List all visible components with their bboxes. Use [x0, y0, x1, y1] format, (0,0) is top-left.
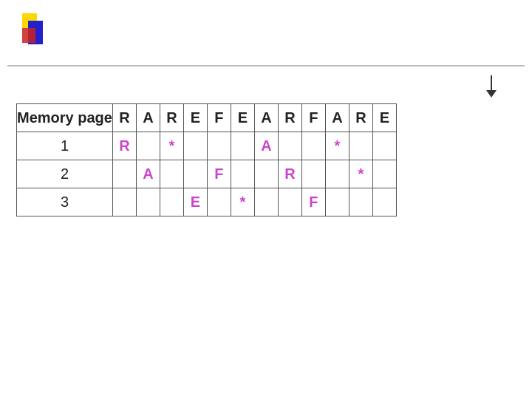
cell-2-11: [372, 188, 396, 216]
col-header-8: F: [301, 104, 325, 132]
cell-1-0: [112, 160, 136, 188]
arrow-line: [491, 75, 492, 90]
col-header-label: Memory page: [17, 104, 113, 132]
cell-0-11: [372, 132, 396, 160]
cell-0-8: [301, 132, 325, 160]
col-header-7: R: [278, 104, 301, 132]
cell-0-2: *: [160, 132, 183, 160]
cell-1-7: R: [278, 160, 301, 188]
arrow-head: [486, 90, 497, 98]
col-header-11: E: [372, 104, 396, 132]
col-header-10: R: [349, 104, 372, 132]
cell-1-10: *: [349, 160, 372, 188]
cell-2-2: [160, 188, 183, 216]
col-header-6: A: [254, 104, 278, 132]
row-label-1: 2: [17, 160, 113, 188]
cell-0-6: A: [254, 132, 278, 160]
cell-1-8: [301, 160, 325, 188]
deco-red: [22, 28, 35, 43]
title-area: [22, 13, 49, 52]
title-decoration: [22, 13, 43, 52]
col-header-0: R: [112, 104, 136, 132]
cell-0-0: R: [112, 132, 136, 160]
down-arrow: [486, 75, 497, 98]
table-row: 3E*F: [17, 188, 397, 216]
cell-2-3: E: [183, 188, 207, 216]
cell-1-1: A: [136, 160, 160, 188]
cell-2-5: *: [231, 188, 254, 216]
cell-0-5: [231, 132, 254, 160]
cell-1-6: [254, 160, 278, 188]
cell-2-1: [136, 188, 160, 216]
lru-table: Memory pageRAREFEARFARE1R*A*2AFR*3E*F: [16, 103, 397, 216]
cell-1-3: [183, 160, 207, 188]
lru-table-container: Memory pageRAREFEARFARE1R*A*2AFR*3E*F: [16, 103, 397, 216]
cell-0-7: [278, 132, 301, 160]
cell-2-4: [207, 188, 231, 216]
col-header-4: F: [207, 104, 231, 132]
cell-2-10: [349, 188, 372, 216]
col-header-2: R: [160, 104, 183, 132]
cell-1-9: [325, 160, 349, 188]
cell-0-1: [136, 132, 160, 160]
col-header-3: E: [183, 104, 207, 132]
table-row: 1R*A*: [17, 132, 397, 160]
cell-2-8: F: [301, 188, 325, 216]
table-row: 2AFR*: [17, 160, 397, 188]
cell-0-9: *: [325, 132, 349, 160]
cell-0-3: [183, 132, 207, 160]
col-header-5: E: [231, 104, 254, 132]
cell-1-5: [231, 160, 254, 188]
cell-2-0: [112, 188, 136, 216]
cell-2-7: [278, 188, 301, 216]
row-label-0: 1: [17, 132, 113, 160]
col-header-1: A: [136, 104, 160, 132]
cell-2-6: [254, 188, 278, 216]
col-header-9: A: [325, 104, 349, 132]
cell-1-11: [372, 160, 396, 188]
separator-line: [7, 65, 525, 66]
cell-2-9: [325, 188, 349, 216]
cell-1-2: [160, 160, 183, 188]
row-label-2: 3: [17, 188, 113, 216]
cell-1-4: F: [207, 160, 231, 188]
cell-0-10: [349, 132, 372, 160]
cell-0-4: [207, 132, 231, 160]
